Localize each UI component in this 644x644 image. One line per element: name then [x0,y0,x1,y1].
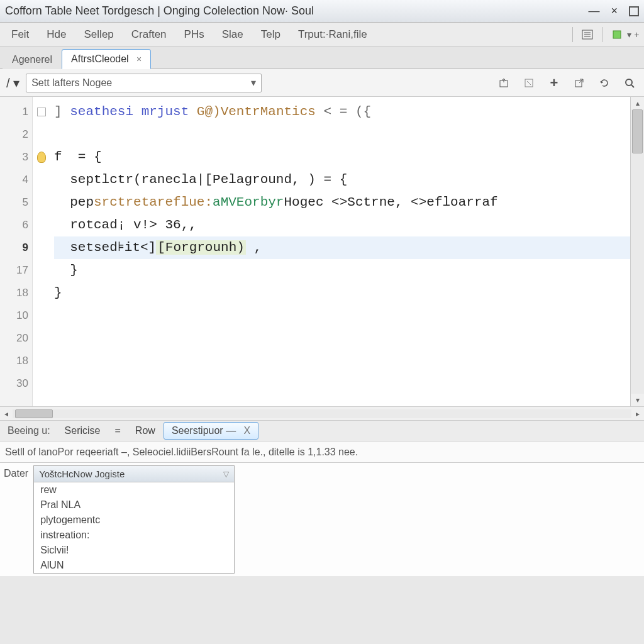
tab-close-icon[interactable]: × [136,54,142,64]
scroll-right-icon[interactable]: ▸ [631,409,644,418]
menu-slae[interactable]: Slae [214,26,251,43]
menubar: Feit Hde Sellep Craften PHs Slae Telp Tr… [0,23,644,47]
tab-label: Agenerel [12,54,52,65]
line-gutter: 1 2 3 4 5 6 9 17 18 10 20 18 30 [0,97,33,406]
add-icon[interactable]: ▾ + [626,28,640,42]
vertical-scrollbar[interactable]: ▴ ▾ [630,97,644,406]
bottom-label: Beeing u: [1,423,57,439]
list-header-label: YoštcHcNow Jogiste [39,469,125,479]
bottom-tab-label: Seerstipuor — [172,425,236,436]
line-number: 5 [0,191,28,214]
menu-trput[interactable]: Trput:·Rani,file [291,26,375,43]
refresh-icon[interactable] [594,74,615,92]
list-box: YoštcHcNow Jogiste ▽ rew Pral NLA plytog… [33,465,235,574]
bottom-tab-row[interactable]: Row [127,422,164,440]
window-controls: — × [588,4,639,18]
list-item[interactable]: rew [34,482,234,497]
bottom-tab-sericise[interactable]: Sericise [57,422,109,440]
checkbox-marker-icon[interactable] [37,108,46,116]
bottom-panel: Dater YoštcHcNow Jogiste ▽ rew Pral NLA … [0,463,644,576]
status-bar: Setll of lanoPor reqeeriaft –, Seleociel… [0,441,644,463]
line-number: 18 [0,350,28,372]
tab-close-icon[interactable]: X [244,425,251,436]
editor-area: 1 2 3 4 5 6 9 17 18 10 20 18 30 ] seathe… [0,97,644,406]
marker-gutter [33,97,50,406]
list-view-icon[interactable] [580,28,594,42]
export-icon[interactable] [493,74,514,92]
scroll-thumb[interactable] [632,109,643,153]
tab-label: AftrstCleodel [71,53,129,64]
menu-hde[interactable]: Hde [39,26,74,43]
editor-tabbar: Agenerel AftrstCleodel × [0,47,644,69]
svg-point-9 [626,79,632,86]
panel-label: Dater [4,465,28,574]
menu-craften[interactable]: Craften [124,26,174,43]
plus-icon[interactable]: + [543,74,565,92]
edit-icon[interactable] [518,74,540,92]
search-icon[interactable] [619,74,640,92]
list-item[interactable]: plytogementc [34,513,234,528]
line-number: 20 [0,327,28,350]
menu-feit[interactable]: Feit [4,26,36,43]
chevron-down-icon[interactable]: ▽ [223,470,229,479]
scroll-left-icon[interactable]: ◂ [0,409,13,418]
line-number: 10 [0,304,28,327]
scroll-track[interactable] [631,109,644,394]
scroll-track[interactable] [13,409,631,418]
list-item[interactable]: AlUN [34,558,234,573]
bottom-eq: = [109,423,127,439]
minimize-icon[interactable]: — [588,4,599,18]
scroll-down-icon[interactable]: ▾ [631,394,644,406]
tab-agenerel[interactable]: Agenerel [3,50,62,69]
bottom-tab-seerstipuor[interactable]: Seerstipuor — X [164,422,258,440]
status-text: Setll of lanoPor reqeeriaft –, Seleociel… [5,447,358,458]
symbol-combo-value: Sett lafters Nogee [31,77,250,89]
line-number: 3 [0,146,28,169]
svg-rect-4 [613,31,621,38]
line-number: 6 [0,214,28,236]
line-number: 4 [0,169,28,191]
line-number: 2 [0,123,28,146]
list-item[interactable]: Pral NLA [34,497,234,513]
close-icon[interactable]: × [611,4,618,18]
symbol-combo[interactable]: Sett lafters Nogee ▾ [26,74,261,92]
maximize-icon[interactable] [629,6,639,16]
list-item[interactable]: Siclvii! [34,543,234,558]
code-editor[interactable]: ] seathesi mrjust G@)VentrMantics < = ({… [50,97,630,406]
svg-line-7 [527,81,531,85]
line-number: 30 [0,372,28,395]
line-number: 9 [0,236,28,259]
line-number: 17 [0,259,28,282]
menu-sellep[interactable]: Sellep [77,26,121,43]
line-number: 1 [0,101,28,123]
scroll-up-icon[interactable]: ▴ [631,97,644,109]
tab-aftrstcleodel[interactable]: AftrstCleodel × [62,49,151,69]
line-number: 18 [0,282,28,304]
run-icon[interactable] [610,28,624,42]
editor-toolbar: / ▾ Sett lafters Nogee ▾ + [0,69,644,97]
menu-phs[interactable]: PHs [177,26,212,43]
lightbulb-icon[interactable] [37,152,46,163]
scroll-thumb[interactable] [15,409,53,418]
nav-back-icon[interactable]: / ▾ [4,75,22,91]
svg-line-10 [631,85,634,87]
bottom-tabbar: Beeing u: Sericise = Row Seerstipuor — X [0,420,644,441]
list-item[interactable]: instreation: [34,528,234,543]
popout-icon[interactable] [569,74,590,92]
window-title: Cofforn Table Neet Tordgesch | Onging Co… [5,4,588,18]
horizontal-scrollbar[interactable]: ◂ ▸ [0,406,644,420]
titlebar: Cofforn Table Neet Tordgesch | Onging Co… [0,0,644,23]
chevron-down-icon: ▾ [251,77,256,89]
list-header[interactable]: YoštcHcNow Jogiste ▽ [34,466,234,482]
menu-telp[interactable]: Telp [253,26,288,43]
